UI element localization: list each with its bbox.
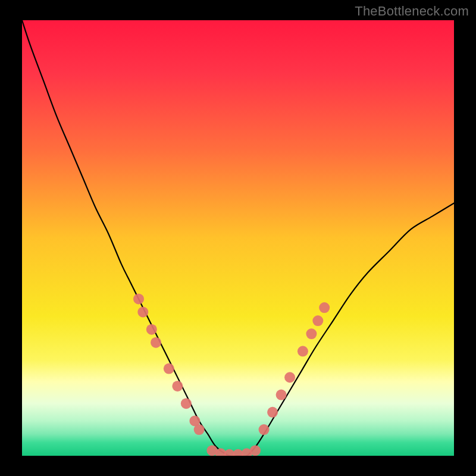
data-point (298, 346, 308, 356)
data-point (284, 372, 295, 383)
data-point (151, 337, 161, 348)
data-point (259, 424, 270, 435)
data-point (133, 293, 144, 304)
data-point (146, 324, 157, 335)
data-point (312, 315, 323, 326)
data-point (172, 381, 183, 392)
data-point (276, 390, 287, 400)
data-point (194, 424, 205, 435)
bottleneck-chart (22, 20, 454, 456)
data-point (181, 398, 192, 409)
chart-frame: TheBottleneck.com (0, 0, 476, 476)
data-point (250, 445, 261, 456)
watermark-text: TheBottleneck.com (355, 4, 469, 19)
data-point (306, 328, 317, 339)
data-point (164, 364, 174, 374)
data-point (267, 407, 278, 418)
data-point (137, 306, 148, 317)
data-point (319, 302, 330, 313)
gradient-background (22, 20, 454, 456)
